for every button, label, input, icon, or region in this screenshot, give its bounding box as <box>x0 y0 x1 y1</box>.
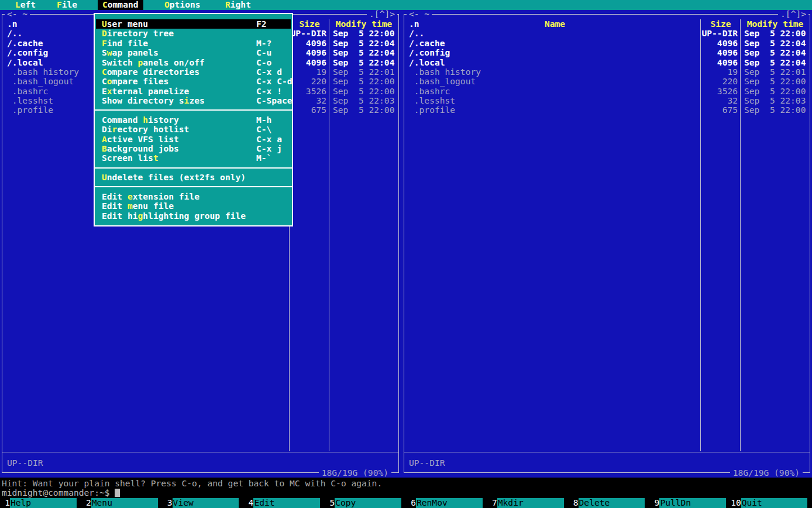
menu-item-background-jobs[interactable]: Background jobsC-x j <box>96 144 291 153</box>
menu-separator <box>95 182 292 191</box>
right-panel: <- ~ .[^]> .nName Size Modify time /..UP… <box>404 14 810 473</box>
shell-prompt[interactable]: midnight@commander:~$ <box>2 488 120 497</box>
file-name: .bash_history <box>404 67 701 77</box>
hotkey-letter: w <box>107 47 112 57</box>
fnkey-edit[interactable]: 4Edit <box>243 498 325 508</box>
menu-item-edit-extension-file[interactable]: Edit extension file <box>96 192 291 201</box>
name-column-header[interactable]: Name <box>409 19 701 29</box>
menu-bar[interactable]: LeftFileCommandOptionsRight <box>0 0 812 10</box>
menu-item-compare-directories[interactable]: Compare directoriesC-x d <box>96 67 291 77</box>
menu-item-show-directory-sizes[interactable]: Show directory sizesC-Space <box>96 96 291 105</box>
menubar-item-command[interactable]: Command <box>98 0 143 10</box>
fnkey-help[interactable]: 1Help <box>0 498 81 508</box>
modify-column-header[interactable]: Modify time <box>741 19 810 29</box>
menu-item-shortcut: C-x ! <box>256 87 282 96</box>
file-modify-time: Sep 5 22:01 <box>329 67 398 77</box>
fnkey-copy[interactable]: 5Copy <box>325 498 406 508</box>
fnkey-menu[interactable]: 2Menu <box>81 498 163 508</box>
file-row[interactable]: /.local4096Sep 5 22:04 <box>404 58 810 67</box>
menu-item-external-panelize[interactable]: External panelizeC-x ! <box>96 87 291 96</box>
menu-separator <box>95 105 292 115</box>
file-name: .bashrc <box>404 87 701 96</box>
panel-nav-buttons[interactable]: .[^]> <box>367 9 397 19</box>
file-name: .profile <box>404 105 701 115</box>
file-row[interactable]: .bash_history19Sep 5 22:01 <box>404 67 810 77</box>
panel-path-label[interactable]: <- ~ <box>5 9 30 19</box>
menu-item-directory-hotlist[interactable]: Directory hotlistC-\ <box>96 125 291 134</box>
file-modify-time: Sep 5 22:04 <box>329 48 398 57</box>
prompt-text: midnight@commander:~$ <box>2 488 115 497</box>
mini-status-divider <box>404 452 810 452</box>
menubar-item-left[interactable]: Left <box>11 0 40 10</box>
menubar-item-file[interactable]: File <box>52 0 82 10</box>
menu-item-shortcut: C-Space <box>256 96 293 105</box>
file-row[interactable]: .profile675Sep 5 22:00 <box>404 105 810 115</box>
mini-status: UP--DIR <box>409 458 445 468</box>
modify-column-header[interactable]: Modify time <box>329 19 398 29</box>
menubar-item-options[interactable]: Options <box>160 0 205 10</box>
menu-item-user-menu[interactable]: User menuF2 <box>96 19 291 29</box>
fnkey-view[interactable]: 3View <box>163 498 244 508</box>
file-modify-time: Sep 5 22:04 <box>741 58 810 67</box>
file-row[interactable]: /.config4096Sep 5 22:04 <box>404 48 810 57</box>
menu-item-active-vfs-list[interactable]: Active VFS listC-x a <box>96 135 291 144</box>
hotkey-letter: r <box>112 124 118 134</box>
file-row[interactable]: .lesshst32Sep 5 22:03 <box>404 96 810 105</box>
menubar-item-right[interactable]: Right <box>221 0 256 10</box>
file-name: /.cache <box>404 39 701 48</box>
fnkey-label: Delete <box>579 498 645 508</box>
hotkey-letter: e <box>128 191 133 201</box>
fnkey-number: 3 <box>163 498 173 508</box>
fnkey-renmov[interactable]: 6RenMov <box>406 498 487 508</box>
file-size: 675 <box>701 105 741 115</box>
size-column-header[interactable]: Size <box>701 19 741 29</box>
menu-item-find-file[interactable]: Find fileM-? <box>96 39 291 48</box>
hotkey-letter: A <box>102 134 107 144</box>
file-size: 4096 <box>701 39 741 48</box>
function-key-bar: 1Help2Menu3View4Edit5Copy6RenMov7Mkdir8D… <box>0 498 812 508</box>
file-modify-time: Sep 5 22:03 <box>741 96 810 105</box>
fnkey-number: 8 <box>569 498 579 508</box>
menu-item-directory-tree[interactable]: Directory tree <box>96 29 291 38</box>
file-modify-time: Sep 5 22:00 <box>741 77 810 86</box>
fnkey-label: Copy <box>335 498 401 508</box>
fnkey-label: Edit <box>253 498 320 508</box>
file-row[interactable]: /.cache4096Sep 5 22:04 <box>404 39 810 48</box>
hotkey-letter: U <box>102 19 107 29</box>
sort-indicator: .n <box>7 19 18 29</box>
hotkey-letter: U <box>102 172 107 182</box>
free-space-indicator: 18G/19G (90%) <box>319 468 391 478</box>
hotkey-letter: p <box>138 57 143 67</box>
menu-item-swap-panels[interactable]: Swap panelsC-u <box>96 48 291 57</box>
file-row[interactable]: /..UP--DIRSep 5 22:00 <box>404 29 810 38</box>
menu-item-compare-files[interactable]: Compare filesC-x C-d <box>96 77 291 86</box>
fnkey-pulldn[interactable]: 9PullDn <box>649 498 731 508</box>
file-size: 32 <box>290 96 329 105</box>
menu-item-command-history[interactable]: Command historyM-h <box>96 115 291 125</box>
menu-item-undelete-files-ext2fs-only[interactable]: Undelete files (ext2fs only) <box>96 173 291 182</box>
file-row[interactable]: .bashrc3526Sep 5 22:00 <box>404 87 810 96</box>
panel-column-headers[interactable]: .nName Size Modify time <box>404 19 810 29</box>
size-column-header[interactable]: Size <box>290 19 329 29</box>
fnkey-label: RenMov <box>416 498 483 508</box>
command-menu-dropdown: User menuF2Directory treeFind fileM-?Swa… <box>94 13 293 226</box>
fnkey-mkdir[interactable]: 7Mkdir <box>487 498 569 508</box>
panel-nav-buttons[interactable]: .[^]> <box>778 9 808 19</box>
file-modify-time: Sep 5 22:00 <box>329 105 398 115</box>
file-row[interactable]: .bash_logout220Sep 5 22:00 <box>404 77 810 86</box>
menu-item-switch-panels-on-off[interactable]: Switch panels on/offC-o <box>96 58 291 67</box>
menu-item-shortcut: C-x j <box>256 144 282 153</box>
panel-path-label[interactable]: <- ~ <box>407 9 432 19</box>
file-size: 220 <box>290 77 329 86</box>
fnkey-quit[interactable]: 10Quit <box>731 498 812 508</box>
file-size: 4096 <box>290 58 329 67</box>
menu-item-edit-menu-file[interactable]: Edit menu file <box>96 201 291 211</box>
fnkey-delete[interactable]: 8Delete <box>569 498 650 508</box>
menu-item-screen-list[interactable]: Screen listM-` <box>96 153 291 163</box>
menu-item-shortcut: M-` <box>256 153 271 163</box>
file-list: /..UP--DIRSep 5 22:00/.cache4096Sep 5 22… <box>404 29 810 115</box>
file-modify-time: Sep 5 22:03 <box>329 96 398 105</box>
fnkey-label: Mkdir <box>497 498 564 508</box>
mini-status-divider <box>2 452 398 452</box>
menu-item-edit-highlighting-group-file[interactable]: Edit highlighting group file <box>96 211 291 221</box>
